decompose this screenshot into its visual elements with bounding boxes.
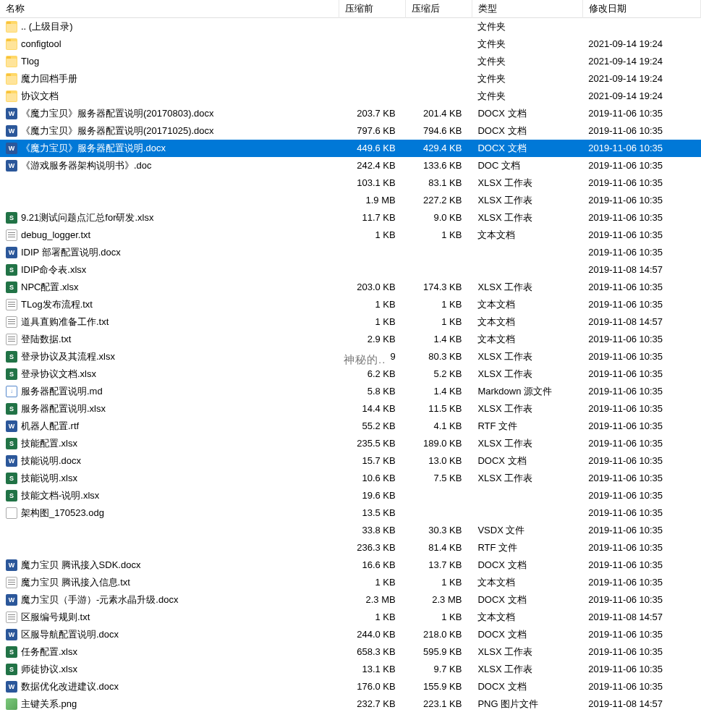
file-date: 2019-11-06 10:35 xyxy=(582,227,700,244)
size-after: 11.5 KB xyxy=(406,400,472,418)
file-date: 2019-11-06 10:35 xyxy=(582,105,700,122)
xlsx-icon: S xyxy=(6,264,17,276)
doc-icon: W xyxy=(6,160,17,172)
file-row[interactable]: debug_logger.txt1 KB1 KB文本文档2019-11-06 1… xyxy=(0,227,701,244)
file-row[interactable]: W《魔力宝贝》服务器配置说明.docx449.6 KB429.4 KBDOCX … xyxy=(0,140,701,157)
file-date: 2019-11-06 10:35 xyxy=(582,452,700,470)
file-date: 2019-11-06 10:35 xyxy=(582,296,700,313)
file-row[interactable]: W《魔力宝贝》服务器配置说明(20170803).docx203.7 KB201… xyxy=(0,105,701,122)
size-before: 203.0 KB xyxy=(339,279,406,296)
file-type: 文件夹 xyxy=(472,70,582,88)
file-row[interactable]: Tlog文件夹2021-09-14 19:24 xyxy=(0,53,701,70)
file-row[interactable]: 架构图_170523.odg13.5 KB2019-11-06 10:35 xyxy=(0,504,701,522)
size-after xyxy=(406,261,472,279)
file-type: 文本文档 xyxy=(472,331,582,348)
file-date: 2019-11-06 10:35 xyxy=(582,383,700,400)
file-row[interactable]: W魔力宝贝 腾讯接入SDK.docx16.6 KB13.7 KBDOCX 文档2… xyxy=(0,556,701,574)
file-name: NPC配置.xlsx xyxy=(21,279,78,296)
size-before: 242.4 KB xyxy=(339,157,406,174)
file-row[interactable]: SIDIP命令表.xlsx2019-11-08 14:57 xyxy=(0,261,701,279)
file-row[interactable]: configtool文件夹2021-09-14 19:24 xyxy=(0,35,701,53)
file-row[interactable]: W区服导航配置说明.docx244.0 KB218.0 KBDOCX 文档201… xyxy=(0,626,701,643)
file-row[interactable]: SNPC配置.xlsx203.0 KB174.3 KBXLSX 工作表2019-… xyxy=(0,279,701,296)
column-header-date[interactable]: 修改日期 xyxy=(582,0,700,18)
file-row[interactable]: S技能说明.xlsx10.6 KB7.5 KBXLSX 工作表2019-11-0… xyxy=(0,470,701,487)
column-header-after[interactable]: 压缩后 xyxy=(406,0,472,18)
file-row[interactable]: 区服编号规则.txt1 KB1 KB文本文档2019-11-08 14:57 xyxy=(0,609,701,626)
xlsx-icon: S xyxy=(6,664,17,675)
size-before: 1 KB xyxy=(339,574,406,591)
file-row[interactable]: 103.1 KB83.1 KBXLSX 工作表2019-11-06 10:35 xyxy=(0,174,701,192)
column-header-before[interactable]: 压缩前 xyxy=(339,0,406,18)
file-row[interactable]: S技能配置.xlsx235.5 KB189.0 KBXLSX 工作表2019-1… xyxy=(0,435,701,452)
file-row[interactable]: ↓服务器配置说明.md5.8 KB1.4 KBMarkdown 源文件2019-… xyxy=(0,383,701,400)
xlsx-icon: S xyxy=(6,438,17,449)
file-type: 文本文档 xyxy=(472,609,582,626)
file-row[interactable]: S师徒协议.xlsx13.1 KB9.7 KBXLSX 工作表2019-11-0… xyxy=(0,661,701,678)
file-row[interactable]: 协议文档文件夹2021-09-14 19:24 xyxy=(0,88,701,105)
file-row[interactable]: WIDIP 部署配置说明.docx2019-11-06 10:35 xyxy=(0,244,701,261)
size-after: 155.9 KB xyxy=(406,678,472,695)
file-row[interactable]: 登陆数据.txt2.9 KB1.4 KB文本文档2019-11-06 10:35 xyxy=(0,331,701,348)
file-name: 魔力宝贝 腾讯接入信息.txt xyxy=(21,574,130,591)
file-row[interactable]: S服务器配置说明.xlsx14.4 KB11.5 KBXLSX 工作表2019-… xyxy=(0,400,701,418)
size-before: 33.8 KB xyxy=(339,522,406,539)
size-after: 5.2 KB xyxy=(406,365,472,383)
size-before: 1 KB xyxy=(339,227,406,244)
file-type: 文本文档 xyxy=(472,296,582,313)
file-date: 2021-09-14 19:24 xyxy=(582,35,700,53)
size-before: 13.5 KB xyxy=(339,504,406,522)
file-name: TLog发布流程.txt xyxy=(21,296,93,313)
column-header-type[interactable]: 类型 xyxy=(472,0,582,18)
size-after xyxy=(406,70,472,88)
file-name: 任务配置.xlsx xyxy=(21,643,77,661)
file-row[interactable]: W技能说明.docx15.7 KB13.0 KBDOCX 文档2019-11-0… xyxy=(0,452,701,470)
file-row[interactable]: 主键关系.png232.7 KB223.1 KBPNG 图片文件2019-11-… xyxy=(0,695,701,713)
file-type: 文本文档 xyxy=(472,227,582,244)
file-type xyxy=(472,504,582,522)
file-row[interactable]: 1.9 MB227.2 KBXLSX 工作表2019-11-06 10:35 xyxy=(0,192,701,209)
file-row[interactable]: 魔力回档手册文件夹2021-09-14 19:24 xyxy=(0,70,701,88)
size-before: 449.6 KB xyxy=(339,140,406,157)
xlsx-icon: S xyxy=(6,212,17,224)
size-after: 1 KB xyxy=(406,296,472,313)
file-type: VSDX 文件 xyxy=(472,522,582,539)
file-row[interactable]: S任务配置.xlsx658.3 KB595.9 KBXLSX 工作表2019-1… xyxy=(0,643,701,661)
file-row[interactable]: S9.21测试问题点汇总for研发.xlsx11.7 KB9.0 KBXLSX … xyxy=(0,209,701,227)
size-after: 189.0 KB xyxy=(406,435,472,452)
docx-icon: W xyxy=(6,125,17,137)
file-row[interactable]: 道具直购准备工作.txt1 KB1 KB文本文档2019-11-08 14:57 xyxy=(0,313,701,331)
file-date: 2019-11-06 10:35 xyxy=(582,157,700,174)
file-date: 2019-11-06 10:35 xyxy=(582,331,700,348)
file-row[interactable]: W《魔力宝贝》服务器配置说明(20171025).docx797.6 KB794… xyxy=(0,122,701,140)
size-after: 218.0 KB xyxy=(406,626,472,643)
file-name: IDIP命令表.xlsx xyxy=(21,261,86,279)
file-row[interactable]: 33.8 KB30.3 KBVSDX 文件2019-11-06 10:35 xyxy=(0,522,701,539)
file-row[interactable]: 魔力宝贝 腾讯接入信息.txt1 KB1 KB文本文档2019-11-06 10… xyxy=(0,574,701,591)
txt-icon xyxy=(6,577,17,588)
size-after: 7.5 KB xyxy=(406,470,472,487)
file-row[interactable]: TLog发布流程.txt1 KB1 KB文本文档2019-11-06 10:35 xyxy=(0,296,701,313)
file-name: debug_logger.txt xyxy=(21,227,90,244)
size-before: 236.3 KB xyxy=(339,539,406,556)
file-row[interactable]: S登录协议及其流程.xlsx980.3 KBXLSX 工作表2019-11-06… xyxy=(0,348,701,365)
file-row[interactable]: S登录协议文档.xlsx6.2 KB5.2 KBXLSX 工作表2019-11-… xyxy=(0,365,701,383)
size-after xyxy=(406,18,472,36)
file-row[interactable]: W数据优化改进建议.docx176.0 KB155.9 KBDOCX 文档201… xyxy=(0,678,701,695)
size-before: 19.6 KB xyxy=(339,487,406,504)
file-row[interactable]: W《游戏服务器架构说明书》.doc242.4 KB133.6 KBDOC 文档2… xyxy=(0,157,701,174)
file-row[interactable]: W魔力宝贝（手游）-元素水晶升级.docx2.3 MB2.3 MBDOCX 文档… xyxy=(0,591,701,609)
docx-icon: W xyxy=(6,455,17,467)
file-row[interactable]: W机器人配置.rtf55.2 KB4.1 KBRTF 文件2019-11-06 … xyxy=(0,418,701,435)
size-before xyxy=(339,35,406,53)
file-row[interactable]: S技能文档-说明.xlsx19.6 KB2019-11-06 10:35 xyxy=(0,487,701,504)
size-before xyxy=(339,53,406,70)
file-row[interactable]: .. (上级目录)文件夹 xyxy=(0,18,701,36)
size-before: 176.0 KB xyxy=(339,678,406,695)
file-row[interactable]: 236.3 KB81.4 KBRTF 文件2019-11-06 10:35 xyxy=(0,539,701,556)
file-name: configtool xyxy=(21,35,61,53)
column-header-name[interactable]: 名称 xyxy=(0,0,339,18)
size-before xyxy=(339,261,406,279)
file-type: DOCX 文档 xyxy=(472,591,582,609)
size-after: 1.4 KB xyxy=(406,331,472,348)
